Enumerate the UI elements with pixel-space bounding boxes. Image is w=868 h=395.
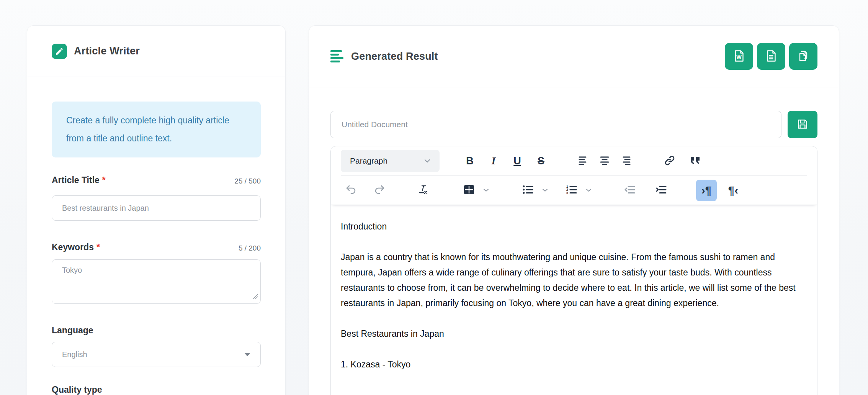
undo-icon xyxy=(345,185,357,196)
document-paragraph: Introduction xyxy=(341,219,807,234)
align-left-icon xyxy=(579,156,589,166)
export-text-button[interactable] xyxy=(757,43,785,70)
document-paragraph: Japan is a country that is known for its… xyxy=(341,249,807,311)
document-content[interactable]: Introduction Japan is a country that is … xyxy=(331,205,817,395)
ltr-direction-button[interactable]: ›¶ xyxy=(696,180,717,201)
strikethrough-button[interactable]: S xyxy=(531,150,551,172)
document-title-input[interactable] xyxy=(330,111,781,138)
generated-result-panel: Generated Result W xyxy=(309,25,839,395)
chevron-down-icon xyxy=(483,187,489,193)
text-document-icon xyxy=(764,49,778,64)
required-asterisk: * xyxy=(102,175,106,185)
bullet-list-chevron[interactable] xyxy=(538,180,551,201)
document-paragraph: 1. Kozasa - Tokyo xyxy=(341,357,807,372)
bullet-list-icon xyxy=(523,185,533,195)
redo-button[interactable] xyxy=(369,180,390,201)
language-label: Language xyxy=(52,325,93,336)
description-box: Create a fully complete high quality art… xyxy=(52,102,261,157)
chevron-down-icon xyxy=(542,187,548,193)
rtl-direction-button[interactable]: ¶‹ xyxy=(723,180,744,201)
language-select[interactable]: English xyxy=(52,342,261,367)
indent-icon xyxy=(656,185,667,195)
chevron-down-icon xyxy=(244,353,250,356)
export-word-button[interactable]: W xyxy=(725,43,753,70)
numbered-list-icon: 123 xyxy=(566,185,577,195)
save-floppy-icon xyxy=(796,118,809,132)
word-document-icon: W xyxy=(732,49,746,64)
copy-icon xyxy=(796,49,810,64)
pencil-icon xyxy=(52,44,67,59)
quote-icon xyxy=(690,156,700,166)
resize-handle-icon[interactable] xyxy=(253,294,258,301)
article-writer-header: Article Writer xyxy=(27,26,285,77)
clear-formatting-button[interactable] xyxy=(413,180,433,201)
language-select-value: English xyxy=(62,350,87,359)
required-asterisk: * xyxy=(96,242,100,252)
align-right-icon xyxy=(620,156,631,166)
copy-button[interactable] xyxy=(789,43,817,70)
indent-button[interactable] xyxy=(651,180,672,201)
panel-title: Article Writer xyxy=(74,45,140,57)
clear-formatting-icon xyxy=(418,185,428,196)
insert-link-button[interactable] xyxy=(659,150,680,172)
bold-button[interactable]: B xyxy=(459,150,480,172)
save-document-button[interactable] xyxy=(788,111,817,138)
insert-table-button[interactable] xyxy=(459,180,479,201)
svg-text:3: 3 xyxy=(566,191,568,195)
panel-title: Generated Result xyxy=(351,51,438,62)
blockquote-button[interactable] xyxy=(685,150,705,172)
bullet-list-button[interactable] xyxy=(518,180,538,201)
quality-type-label: Quality type xyxy=(52,385,102,395)
keywords-counter: 5 / 200 xyxy=(239,244,261,252)
align-center-button[interactable] xyxy=(594,150,615,172)
editor-toolbar: Paragraph B I U S xyxy=(331,146,817,205)
article-title-label: Article Title* xyxy=(52,175,106,185)
article-writer-panel: Article Writer Create a fully complete h… xyxy=(27,25,286,395)
chevron-down-icon xyxy=(586,187,592,193)
align-left-button[interactable] xyxy=(574,150,594,172)
outdent-icon xyxy=(624,185,635,195)
numbered-list-chevron[interactable] xyxy=(582,180,595,201)
paragraph-style-dropdown[interactable]: Paragraph xyxy=(341,150,440,172)
keywords-textarea[interactable]: Tokyo xyxy=(52,259,261,304)
numbered-list-button[interactable]: 123 xyxy=(561,180,582,201)
undo-button[interactable] xyxy=(341,180,361,201)
generated-result-header: Generated Result W xyxy=(309,26,839,87)
align-left-bars-icon xyxy=(330,50,344,62)
ltr-paragraph-icon: ›¶ xyxy=(701,185,712,196)
align-right-button[interactable] xyxy=(615,150,636,172)
align-center-icon xyxy=(599,156,610,166)
link-icon xyxy=(664,155,675,167)
keywords-label: Keywords* xyxy=(52,242,100,252)
underline-button[interactable]: U xyxy=(507,150,528,172)
redo-icon xyxy=(374,185,385,196)
chevron-down-icon xyxy=(424,158,430,164)
rtl-paragraph-icon: ¶‹ xyxy=(728,185,739,196)
article-title-counter: 25 / 500 xyxy=(234,177,261,185)
svg-text:W: W xyxy=(736,54,742,60)
table-icon xyxy=(464,185,474,196)
italic-button[interactable]: I xyxy=(483,150,504,172)
rich-text-editor: Paragraph B I U S xyxy=(330,146,817,395)
article-title-input[interactable] xyxy=(52,195,261,221)
document-paragraph: Best Restaurants in Japan xyxy=(341,326,807,341)
table-options-chevron[interactable] xyxy=(479,180,492,201)
outdent-button[interactable] xyxy=(620,180,640,201)
